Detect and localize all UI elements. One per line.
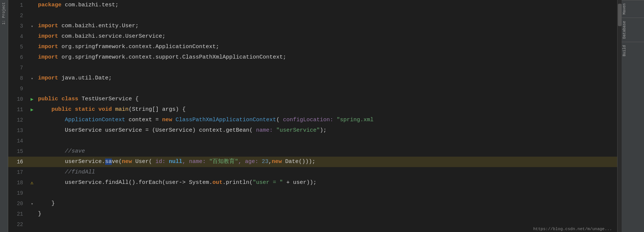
code-token: userService.findAll().forEach(user-> Sys… [38,179,212,186]
run-icon[interactable]: ▶ [31,107,34,113]
code-token: TestUserService [82,96,135,102]
fold-icon[interactable]: ▾ [31,76,34,81]
gutter-icon-cell [27,0,37,10]
project-panel-label[interactable]: 1: Project [2,0,6,27]
code-token: import [38,33,61,40]
code-content[interactable]: userService.findAll().forEach(user-> Sys… [37,178,617,188]
fold-icon[interactable]: ▾ [31,24,34,29]
code-token: "spring.xml [333,117,373,123]
vertical-scrollbar[interactable] [617,0,622,232]
code-token: UserService userService = (UserService) … [38,127,256,134]
code-line: 3▾import com.baizhi.entity.User; [8,21,617,31]
run-icon[interactable]: ▶ [31,96,34,102]
code-content[interactable]: import org.springframework.context.Appli… [37,42,617,52]
code-editor: 1package com.baizhi.test;23▾import com.b… [8,0,617,232]
code-content[interactable]: UserService userService = (UserService) … [37,125,617,136]
lines-container: 1package com.baizhi.test;23▾import com.b… [8,0,617,230]
line-number: 4 [8,31,27,42]
code-token: , age: [238,159,258,165]
gutter-icon-cell [27,52,37,63]
url-bar: https://blog.csdn.net/m/unage... [531,226,614,232]
gutter-icon-cell [27,42,37,52]
code-content[interactable]: import com.baizhi.entity.User; [37,21,617,31]
code-token: (String[] args) { [129,106,186,113]
code-token: main [115,106,129,113]
code-token: import [38,75,61,81]
code-content[interactable] [37,188,617,198]
code-content[interactable] [37,219,617,230]
code-token: { [135,96,139,102]
code-line: 7 [8,63,617,73]
line-number: 13 [8,125,27,136]
gutter-icon-cell: ▾ [27,198,37,209]
code-content[interactable]: import java.util.Date; [37,73,617,84]
line-number: 20 [8,198,27,209]
code-content[interactable]: public static void main(String[] args) { [37,104,617,115]
fold-icon[interactable]: ▾ [31,201,34,206]
line-number: 7 [8,63,27,73]
code-line: 20▾ } [8,198,617,209]
code-token: , name: [182,159,206,165]
code-token: ClassPathXmlApplicationContext [176,117,276,123]
code-token: new [272,159,285,165]
code-line: 8▾import java.util.Date; [8,73,617,84]
line-number: 5 [8,42,27,52]
code-content[interactable] [37,84,617,94]
code-content[interactable]: package com.baizhi.test; [37,0,617,10]
code-line: 9 [8,84,617,94]
code-token: ))); [302,159,315,165]
code-content[interactable]: public class TestUserService { [37,94,617,104]
line-number: 21 [8,209,27,219]
code-line: 6import org.springframework.context.supp… [8,52,617,63]
code-token: org.springframework.context.ApplicationC… [61,44,219,50]
left-sidebar[interactable]: 1: Project [0,0,8,232]
code-content[interactable]: userService.save(new User( id: null, nam… [37,157,617,167]
code-content[interactable]: //save [37,146,617,157]
gutter-icon-cell [27,209,37,219]
code-token: ( [276,117,283,123]
code-line: 14 [8,136,617,146]
code-token: //findAll [38,169,95,175]
code-token: configLocation: [283,117,333,123]
code-token: package [38,2,65,8]
gutter-icon-cell [27,146,37,157]
code-token: class [61,96,82,102]
line-number: 19 [8,188,27,198]
code-content[interactable] [37,10,617,21]
maven-panel[interactable]: Maven [622,0,644,18]
code-content[interactable] [37,63,617,73]
gutter-icon-cell [27,31,37,42]
right-panel-group: Maven Database Build [622,0,644,232]
gutter-icon-cell [27,125,37,136]
gutter-icon-cell [27,188,37,198]
code-token: new [162,117,176,123]
build-panel[interactable]: Build [622,42,644,59]
code-content[interactable]: import com.baizhi.service.UserService; [37,31,617,42]
code-content[interactable]: ApplicationContext context = new ClassPa… [37,115,617,125]
code-line: 17 //findAll [8,167,617,178]
code-token: void [98,106,115,113]
code-token: null [165,159,182,165]
code-token: //save [38,148,85,154]
code-token: java.util.Date; [61,75,112,81]
warning-icon: ⚠ [31,180,34,186]
code-content[interactable]: import org.springframework.context.suppo… [37,52,617,63]
code-line: 22 [8,219,617,230]
code-token: + user)); [283,179,316,186]
code-content[interactable]: } [37,198,617,209]
code-line: 12 ApplicationContext context = new Clas… [8,115,617,125]
code-token: id: [152,159,165,165]
code-line: 13 UserService userService = (UserServic… [8,125,617,136]
line-number: 11 [8,104,27,115]
code-token: name: [256,127,273,134]
database-panel[interactable]: Database [622,18,644,42]
code-content[interactable]: } [37,209,617,219]
code-content[interactable]: //findAll [37,167,617,178]
code-token: } [38,211,41,217]
code-content[interactable] [37,136,617,146]
code-token: com.baizhi.entity.User; [61,23,139,29]
code-token: 23 [258,159,268,165]
code-token: org.springframework.context.support.Clas… [61,54,286,60]
code-token: "user = " [253,179,283,186]
code-token: com.baizhi.service.UserService; [61,33,165,40]
